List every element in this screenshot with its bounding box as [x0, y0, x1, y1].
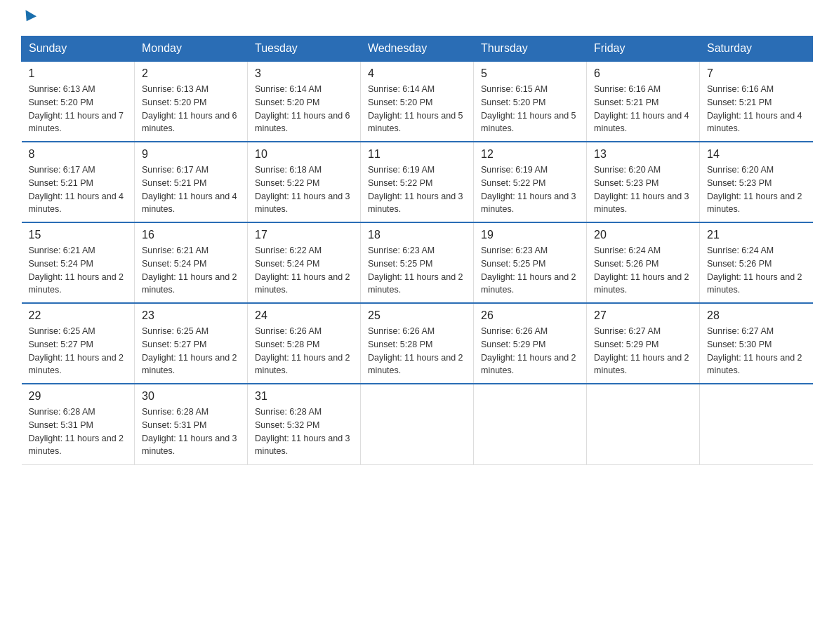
- logo: [21, 14, 35, 23]
- calendar-cell: 20 Sunrise: 6:24 AM Sunset: 5:26 PM Dayl…: [587, 222, 700, 303]
- day-info: Sunrise: 6:13 AM Sunset: 5:20 PM Dayligh…: [29, 83, 128, 135]
- day-info: Sunrise: 6:20 AM Sunset: 5:23 PM Dayligh…: [707, 163, 806, 216]
- calendar-cell: [474, 384, 587, 464]
- day-number: 28: [707, 309, 806, 322]
- day-number: 21: [707, 229, 806, 241]
- day-info: Sunrise: 6:21 AM Sunset: 5:24 PM Dayligh…: [142, 244, 240, 297]
- week-row-5: 29 Sunrise: 6:28 AM Sunset: 5:31 PM Dayl…: [22, 384, 813, 464]
- logo-triangle-icon: [21, 10, 37, 24]
- calendar-cell: 2 Sunrise: 6:13 AM Sunset: 5:20 PM Dayli…: [135, 61, 248, 142]
- day-number: 27: [594, 309, 692, 322]
- calendar-cell: 15 Sunrise: 6:21 AM Sunset: 5:24 PM Dayl…: [22, 222, 135, 303]
- calendar-cell: 23 Sunrise: 6:25 AM Sunset: 5:27 PM Dayl…: [135, 303, 248, 384]
- calendar-cell: 10 Sunrise: 6:18 AM Sunset: 5:22 PM Dayl…: [248, 142, 361, 222]
- calendar-cell: [700, 384, 813, 464]
- day-number: 6: [594, 67, 692, 80]
- week-row-2: 8 Sunrise: 6:17 AM Sunset: 5:21 PM Dayli…: [22, 142, 813, 222]
- day-info: Sunrise: 6:27 AM Sunset: 5:30 PM Dayligh…: [707, 325, 806, 377]
- day-info: Sunrise: 6:24 AM Sunset: 5:26 PM Dayligh…: [594, 244, 692, 297]
- week-row-1: 1 Sunrise: 6:13 AM Sunset: 5:20 PM Dayli…: [22, 61, 813, 142]
- calendar-cell: [587, 384, 700, 464]
- day-headers-row: SundayMondayTuesdayWednesdayThursdayFrid…: [22, 36, 813, 62]
- page-header: [21, 14, 813, 23]
- day-info: Sunrise: 6:26 AM Sunset: 5:28 PM Dayligh…: [368, 325, 466, 377]
- calendar-cell: 12 Sunrise: 6:19 AM Sunset: 5:22 PM Dayl…: [474, 142, 587, 222]
- calendar-cell: 8 Sunrise: 6:17 AM Sunset: 5:21 PM Dayli…: [22, 142, 135, 222]
- calendar-cell: 24 Sunrise: 6:26 AM Sunset: 5:28 PM Dayl…: [248, 303, 361, 384]
- day-info: Sunrise: 6:13 AM Sunset: 5:20 PM Dayligh…: [142, 83, 240, 135]
- calendar-cell: 4 Sunrise: 6:14 AM Sunset: 5:20 PM Dayli…: [361, 61, 474, 142]
- day-info: Sunrise: 6:23 AM Sunset: 5:25 PM Dayligh…: [481, 244, 579, 297]
- day-info: Sunrise: 6:25 AM Sunset: 5:27 PM Dayligh…: [29, 325, 128, 377]
- day-number: 20: [594, 229, 692, 241]
- day-number: 22: [29, 309, 128, 322]
- day-number: 2: [142, 67, 240, 80]
- day-number: 10: [255, 148, 353, 161]
- day-info: Sunrise: 6:16 AM Sunset: 5:21 PM Dayligh…: [594, 83, 692, 135]
- calendar-cell: 31 Sunrise: 6:28 AM Sunset: 5:32 PM Dayl…: [248, 384, 361, 464]
- day-info: Sunrise: 6:28 AM Sunset: 5:32 PM Dayligh…: [255, 405, 353, 458]
- header-sunday: Sunday: [22, 36, 135, 62]
- week-row-3: 15 Sunrise: 6:21 AM Sunset: 5:24 PM Dayl…: [22, 222, 813, 303]
- day-info: Sunrise: 6:18 AM Sunset: 5:22 PM Dayligh…: [255, 163, 353, 216]
- day-number: 1: [29, 67, 128, 80]
- day-number: 11: [368, 148, 466, 161]
- day-number: 15: [29, 229, 128, 241]
- day-number: 7: [707, 67, 806, 80]
- day-number: 29: [29, 390, 128, 403]
- day-number: 4: [368, 67, 466, 80]
- day-info: Sunrise: 6:17 AM Sunset: 5:21 PM Dayligh…: [142, 163, 240, 216]
- day-info: Sunrise: 6:21 AM Sunset: 5:24 PM Dayligh…: [29, 244, 128, 297]
- calendar-cell: 18 Sunrise: 6:23 AM Sunset: 5:25 PM Dayl…: [361, 222, 474, 303]
- calendar-cell: 16 Sunrise: 6:21 AM Sunset: 5:24 PM Dayl…: [135, 222, 248, 303]
- day-info: Sunrise: 6:28 AM Sunset: 5:31 PM Dayligh…: [29, 405, 128, 458]
- header-monday: Monday: [135, 36, 248, 62]
- calendar-cell: 29 Sunrise: 6:28 AM Sunset: 5:31 PM Dayl…: [22, 384, 135, 464]
- day-number: 24: [255, 309, 353, 322]
- day-number: 16: [142, 229, 240, 241]
- day-info: Sunrise: 6:27 AM Sunset: 5:29 PM Dayligh…: [594, 325, 692, 377]
- day-number: 3: [255, 67, 353, 80]
- day-number: 5: [481, 67, 579, 80]
- day-info: Sunrise: 6:28 AM Sunset: 5:31 PM Dayligh…: [142, 405, 240, 458]
- day-number: 8: [29, 148, 128, 161]
- day-info: Sunrise: 6:25 AM Sunset: 5:27 PM Dayligh…: [142, 325, 240, 377]
- calendar-cell: 1 Sunrise: 6:13 AM Sunset: 5:20 PM Dayli…: [22, 61, 135, 142]
- week-row-4: 22 Sunrise: 6:25 AM Sunset: 5:27 PM Dayl…: [22, 303, 813, 384]
- day-info: Sunrise: 6:26 AM Sunset: 5:28 PM Dayligh…: [255, 325, 353, 377]
- day-info: Sunrise: 6:23 AM Sunset: 5:25 PM Dayligh…: [368, 244, 466, 297]
- day-number: 31: [255, 390, 353, 403]
- day-number: 23: [142, 309, 240, 322]
- calendar-cell: 30 Sunrise: 6:28 AM Sunset: 5:31 PM Dayl…: [135, 384, 248, 464]
- header-friday: Friday: [587, 36, 700, 62]
- day-info: Sunrise: 6:14 AM Sunset: 5:20 PM Dayligh…: [255, 83, 353, 135]
- calendar-cell: 6 Sunrise: 6:16 AM Sunset: 5:21 PM Dayli…: [587, 61, 700, 142]
- day-number: 19: [481, 229, 579, 241]
- calendar-cell: 5 Sunrise: 6:15 AM Sunset: 5:20 PM Dayli…: [474, 61, 587, 142]
- calendar-cell: 25 Sunrise: 6:26 AM Sunset: 5:28 PM Dayl…: [361, 303, 474, 384]
- day-number: 18: [368, 229, 466, 241]
- calendar-cell: 26 Sunrise: 6:26 AM Sunset: 5:29 PM Dayl…: [474, 303, 587, 384]
- calendar-cell: 14 Sunrise: 6:20 AM Sunset: 5:23 PM Dayl…: [700, 142, 813, 222]
- day-number: 26: [481, 309, 579, 322]
- calendar-cell: 28 Sunrise: 6:27 AM Sunset: 5:30 PM Dayl…: [700, 303, 813, 384]
- day-info: Sunrise: 6:24 AM Sunset: 5:26 PM Dayligh…: [707, 244, 806, 297]
- calendar-cell: 19 Sunrise: 6:23 AM Sunset: 5:25 PM Dayl…: [474, 222, 587, 303]
- day-info: Sunrise: 6:20 AM Sunset: 5:23 PM Dayligh…: [594, 163, 692, 216]
- calendar-cell: [361, 384, 474, 464]
- day-number: 9: [142, 148, 240, 161]
- calendar-cell: 11 Sunrise: 6:19 AM Sunset: 5:22 PM Dayl…: [361, 142, 474, 222]
- calendar-table: SundayMondayTuesdayWednesdayThursdayFrid…: [21, 36, 813, 465]
- header-tuesday: Tuesday: [248, 36, 361, 62]
- day-number: 30: [142, 390, 240, 403]
- day-number: 17: [255, 229, 353, 241]
- calendar-cell: 21 Sunrise: 6:24 AM Sunset: 5:26 PM Dayl…: [700, 222, 813, 303]
- day-info: Sunrise: 6:16 AM Sunset: 5:21 PM Dayligh…: [707, 83, 806, 135]
- day-info: Sunrise: 6:19 AM Sunset: 5:22 PM Dayligh…: [481, 163, 579, 216]
- day-info: Sunrise: 6:17 AM Sunset: 5:21 PM Dayligh…: [29, 163, 128, 216]
- header-saturday: Saturday: [700, 36, 813, 62]
- header-thursday: Thursday: [474, 36, 587, 62]
- header-wednesday: Wednesday: [361, 36, 474, 62]
- calendar-cell: 3 Sunrise: 6:14 AM Sunset: 5:20 PM Dayli…: [248, 61, 361, 142]
- calendar-cell: 13 Sunrise: 6:20 AM Sunset: 5:23 PM Dayl…: [587, 142, 700, 222]
